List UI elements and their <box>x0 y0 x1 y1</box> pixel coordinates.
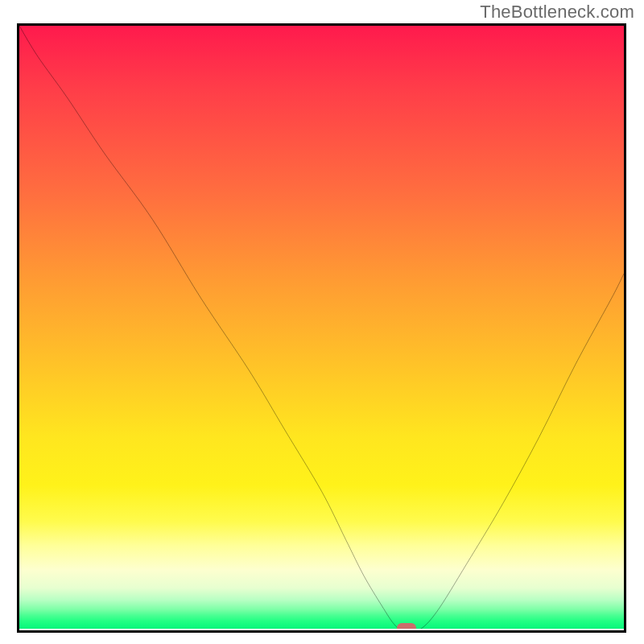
curve-path <box>19 26 624 630</box>
watermark-text: TheBottleneck.com <box>480 2 634 23</box>
bottleneck-curve <box>19 26 624 630</box>
optimal-point-marker <box>397 623 416 633</box>
chart-frame <box>17 23 626 633</box>
baseline-strip <box>19 629 624 630</box>
